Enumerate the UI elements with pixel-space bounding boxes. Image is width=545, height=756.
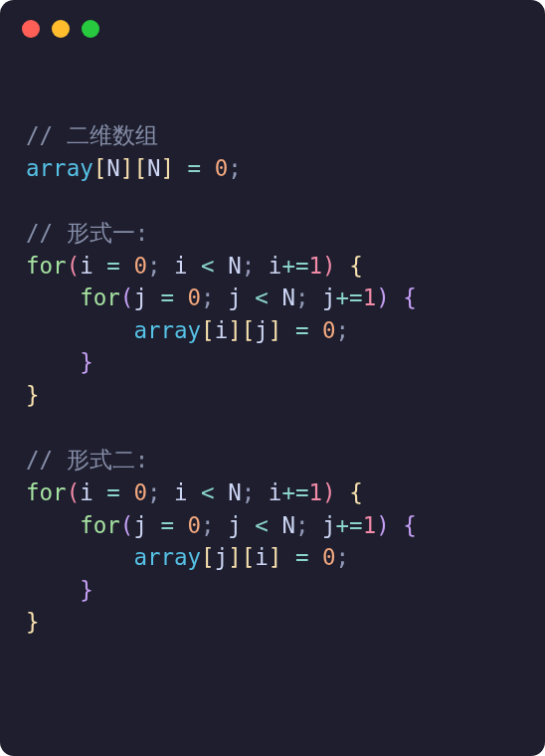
- paren: ): [376, 512, 390, 538]
- number: 1: [308, 479, 322, 505]
- identifier: j: [215, 544, 229, 570]
- bracket: ]: [269, 317, 282, 343]
- bracket: [: [242, 317, 256, 343]
- identifier: array: [133, 317, 201, 343]
- operator: <: [255, 512, 269, 538]
- operator: +=: [336, 284, 363, 310]
- operator: +=: [336, 512, 363, 538]
- bracket: [: [133, 155, 147, 181]
- operator: +=: [281, 253, 308, 279]
- number: 0: [322, 544, 336, 570]
- paren: ): [376, 284, 390, 310]
- identifier: i: [80, 253, 93, 279]
- identifier: j: [133, 512, 147, 538]
- punct: ;: [242, 479, 256, 505]
- code-block: // 二维数组 array[N][N] = 0; // 形式一: for(i =…: [0, 38, 545, 639]
- identifier: N: [228, 479, 242, 505]
- punct: ;: [336, 317, 350, 343]
- operator: =: [106, 253, 120, 279]
- punct: ;: [228, 155, 242, 181]
- number: 0: [188, 512, 202, 538]
- identifier: N: [281, 284, 295, 310]
- operator: =: [160, 284, 174, 310]
- bracket: ]: [269, 544, 282, 570]
- identifier: j: [322, 284, 336, 310]
- brace: }: [80, 577, 93, 603]
- paren: (: [67, 253, 81, 279]
- paren: (: [67, 479, 81, 505]
- punct: ;: [201, 512, 215, 538]
- number: 1: [363, 512, 377, 538]
- code-window: // 二维数组 array[N][N] = 0; // 形式一: for(i =…: [0, 0, 545, 756]
- paren: (: [120, 284, 134, 310]
- bracket: [: [201, 317, 215, 343]
- operator: =: [188, 155, 202, 181]
- operator: =: [295, 317, 309, 343]
- comment-line: // 形式一:: [26, 220, 148, 246]
- number: 1: [363, 284, 377, 310]
- brace: {: [403, 512, 417, 538]
- brace: {: [349, 253, 363, 279]
- punct: ;: [295, 284, 309, 310]
- operator: <: [201, 479, 215, 505]
- identifier: i: [215, 317, 229, 343]
- bracket: ]: [160, 155, 174, 181]
- identifier: j: [255, 317, 269, 343]
- identifier: i: [80, 479, 93, 505]
- identifier: i: [174, 253, 188, 279]
- identifier: j: [322, 512, 336, 538]
- comment-line: // 形式二:: [26, 447, 148, 472]
- punct: ;: [242, 253, 256, 279]
- punct: ;: [295, 512, 309, 538]
- operator: =: [295, 544, 309, 570]
- punct: ;: [147, 253, 161, 279]
- keyword: for: [80, 512, 120, 538]
- window-titlebar: [0, 0, 545, 38]
- identifier: i: [174, 479, 188, 505]
- brace: {: [349, 479, 363, 505]
- identifier: i: [269, 479, 282, 505]
- number: 0: [133, 479, 147, 505]
- brace: {: [403, 284, 417, 310]
- brace: }: [26, 609, 40, 635]
- keyword: for: [26, 253, 67, 279]
- paren: ): [322, 479, 336, 505]
- number: 0: [133, 253, 147, 279]
- identifier: j: [228, 284, 242, 310]
- identifier: N: [228, 253, 242, 279]
- identifier: i: [255, 544, 269, 570]
- identifier: i: [269, 253, 282, 279]
- operator: =: [106, 479, 120, 505]
- number: 0: [188, 284, 202, 310]
- bracket: [: [201, 544, 215, 570]
- minimize-icon[interactable]: [52, 20, 70, 38]
- number: 1: [308, 253, 322, 279]
- bracket: ]: [228, 317, 242, 343]
- paren: (: [120, 512, 134, 538]
- operator: +=: [281, 479, 308, 505]
- close-icon[interactable]: [22, 20, 40, 38]
- bracket: ]: [228, 544, 242, 570]
- number: 0: [215, 155, 229, 181]
- bracket: [: [93, 155, 107, 181]
- operator: <: [255, 284, 269, 310]
- identifier: j: [228, 512, 242, 538]
- keyword: for: [80, 284, 120, 310]
- operator: <: [201, 253, 215, 279]
- identifier: array: [133, 544, 201, 570]
- maximize-icon[interactable]: [82, 20, 99, 38]
- brace: }: [80, 349, 93, 375]
- brace: }: [26, 382, 40, 408]
- number: 0: [322, 317, 336, 343]
- bracket: ]: [120, 155, 134, 181]
- keyword: for: [26, 479, 67, 505]
- identifier: j: [133, 284, 147, 310]
- bracket: [: [242, 544, 256, 570]
- identifier: array: [26, 155, 93, 181]
- punct: ;: [147, 479, 161, 505]
- identifier: N: [147, 155, 161, 181]
- punct: ;: [336, 544, 350, 570]
- comment-line: // 二维数组: [26, 122, 158, 148]
- identifier: N: [281, 512, 295, 538]
- punct: ;: [201, 284, 215, 310]
